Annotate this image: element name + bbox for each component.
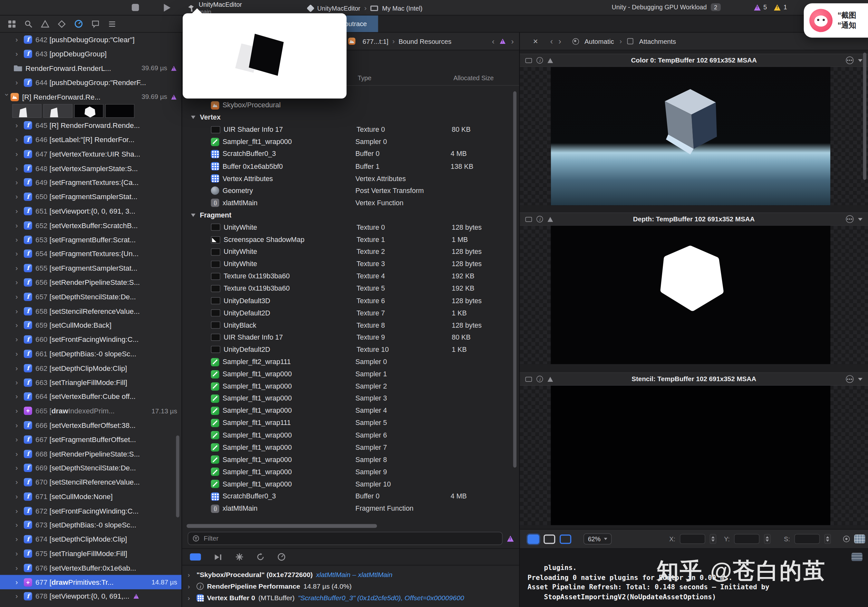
collapse-icon[interactable] [858, 59, 863, 62]
disclosure-chevron-icon[interactable]: › [16, 79, 24, 86]
sidebar-row[interactable]: ›654 [setFragmentTextures:{Un... [0, 247, 182, 261]
disclosure-chevron-icon[interactable]: › [16, 236, 24, 243]
disclosure-chevron-icon[interactable]: › [16, 450, 24, 457]
disclosure-chevron-icon[interactable]: › [16, 493, 24, 500]
resource-row[interactable]: Vertex AttributesVertex Attributes [182, 172, 519, 184]
sidebar-row[interactable]: ›678 [setViewport:{0, 0, 691,... [0, 589, 182, 604]
notification-banner[interactable]: “截图 “通知 [804, 3, 868, 37]
resource-row[interactable]: Sampler_flt1_wrap000Sampler 2 [182, 380, 519, 392]
resource-row[interactable]: Sampler_flt1_wrap000Sampler 4 [182, 405, 519, 417]
warning-icon[interactable] [547, 217, 553, 221]
disclosure-chevron-icon[interactable]: › [16, 322, 24, 328]
resource-row[interactable]: Texture 0x119b3ba60Texture 5192 KB [182, 283, 519, 295]
sidebar-row[interactable]: ›657 [setDepthStencilState:De... [0, 290, 182, 304]
sidebar-row[interactable]: ›646 [setLabel:"[R] RenderFor... [0, 132, 182, 147]
disclosure-chevron-icon[interactable]: › [16, 36, 24, 43]
sidebar-row[interactable]: ›658 [setStencilReferenceValue... [0, 304, 182, 318]
resource-row[interactable]: Sampler_flt1_wrap000Sampler 10 [182, 478, 519, 490]
sidebar-row[interactable]: ›674 [setDepthClipMode:Clip] [0, 532, 182, 547]
debug-navigator-icon[interactable] [74, 19, 83, 28]
disclosure-chevron-icon[interactable]: › [16, 136, 24, 143]
disclosure-chevron-icon[interactable]: › [16, 307, 24, 314]
sidebar-row[interactable]: ›665 [drawIndexedPrim...17.13 µs [0, 404, 182, 418]
sidebar-row[interactable]: ›650 [setFragmentSamplerStat... [0, 190, 182, 204]
sidebar-row[interactable]: ›667 [setFragmentBufferOffset... [0, 432, 182, 446]
disclosure-chevron-icon[interactable]: › [16, 536, 24, 543]
disclosure-chevron-icon[interactable]: › [16, 279, 24, 286]
table-scrollbar[interactable] [513, 91, 516, 468]
channel-white-button[interactable] [544, 534, 555, 544]
resource-row[interactable]: Sampler_flt1_wrap000Sampler 6 [182, 429, 519, 441]
y-stepper[interactable] [764, 534, 771, 544]
sidebar-row[interactable]: ›652 [setVertexBuffer:ScratchB... [0, 218, 182, 232]
resource-row[interactable]: UIR Shader Info 17Texture 980 KB [182, 331, 519, 344]
info-icon[interactable]: i [536, 57, 543, 64]
resource-row[interactable]: GeometryPost Vertex Transform [182, 184, 519, 197]
s-stepper[interactable] [824, 534, 831, 544]
sidebar-row[interactable]: ›662 [setDepthClipMode:Clip] [0, 361, 182, 375]
sidebar-row[interactable]: ›647 [setVertexTexture:UIR Sha... [0, 147, 182, 161]
resource-row[interactable]: Skybox/Procedural [182, 99, 519, 111]
breadcrumb-item-bound-resources[interactable]: Bound Resources [398, 37, 451, 45]
horizontal-scrollbar[interactable] [186, 524, 377, 528]
sidebar-scrollbar[interactable] [176, 436, 179, 517]
disclosure-chevron-icon[interactable]: › [16, 336, 24, 343]
info-icon[interactable]: i [536, 216, 543, 223]
pixel-picker-icon[interactable] [843, 536, 850, 542]
disclosure-chevron-icon[interactable]: › [16, 51, 24, 58]
disclosure-chevron-icon[interactable]: › [16, 150, 24, 158]
sidebar-row[interactable]: ›649 [setFragmentTextures:{Ca... [0, 175, 182, 189]
sidebar-row[interactable]: ›656 [setRenderPipelineState:S... [0, 275, 182, 289]
attachment-canvas[interactable] [520, 386, 868, 525]
sidebar-row[interactable]: ›653 [setFragmentBuffer:Scrat... [0, 232, 182, 247]
disclosure-chevron-icon[interactable]: › [3, 93, 10, 101]
column-allocated-size[interactable]: Allocated Size [453, 75, 494, 82]
resource-row[interactable]: UnityWhiteTexture 3128 bytes [182, 258, 519, 270]
collapse-icon[interactable] [858, 378, 863, 381]
sidebar-row[interactable]: ›669 [setDepthStencilState:De... [0, 461, 182, 475]
disclosure-chevron-icon[interactable]: › [16, 464, 24, 471]
disclosure-chevron-icon[interactable]: › [16, 564, 24, 571]
console-settings-icon[interactable] [851, 553, 862, 561]
resource-row[interactable]: Screenspace ShadowMapTexture 11 MB [182, 234, 519, 246]
resource-row[interactable]: UnityWhiteTexture 2128 bytes [182, 246, 519, 258]
channel-rgb-button[interactable] [527, 534, 539, 544]
depth-attachment-image[interactable] [551, 226, 831, 364]
resource-row[interactable]: ScratchBuffer0_3Buffer 04 MB [182, 490, 519, 503]
y-input[interactable] [734, 534, 760, 544]
sidebar-row[interactable]: ›675 [setTriangleFillMode:Fill] [0, 547, 182, 561]
report-navigator-icon[interactable] [108, 20, 116, 28]
forward-button[interactable]: › [558, 37, 561, 45]
disclosure-chevron-icon[interactable]: › [16, 207, 24, 215]
disclosure-chevron-icon[interactable]: › [16, 436, 24, 443]
issues-navigator-icon[interactable] [41, 20, 49, 28]
sidebar-row[interactable]: ›664 [setVertexBuffer:Cube off... [0, 390, 182, 404]
sidebar-row[interactable]: ›661 [setDepthBias:-0 slopeSc... [0, 347, 182, 361]
disclosure-chevron-icon[interactable]: › [16, 221, 24, 229]
sidebar-row[interactable]: ›645 [R] RenderForward.Rende... [0, 118, 182, 132]
sidebar-row[interactable]: RenderForward.RenderL...39.69 µs [0, 61, 182, 75]
disclosure-chevron-icon[interactable]: › [16, 507, 24, 514]
disclosure-chevron-icon[interactable]: › [16, 550, 24, 557]
more-options-icon[interactable]: ••• [846, 56, 854, 64]
refresh-icon[interactable] [256, 553, 265, 561]
sidebar-row[interactable]: ›643 [popDebugGroup] [0, 47, 182, 61]
console-line[interactable]: ›iRenderPipeline Performance 14.87 µs (4… [188, 581, 519, 592]
disclosure-chevron-icon[interactable]: › [16, 250, 24, 257]
attachment-canvas[interactable] [520, 67, 868, 205]
sidebar-row[interactable]: ›651 [setViewport:{0, 0, 691, 3... [0, 204, 182, 218]
resource-row[interactable]: xlatMtlMainVertex Function [182, 197, 519, 209]
sidebar-row[interactable]: ›677 [drawPrimitives:Tr...14.87 µs [0, 575, 182, 589]
attachment-thumbnail[interactable] [12, 104, 42, 118]
texture-icon[interactable] [525, 217, 532, 221]
disclosure-chevron-icon[interactable]: › [16, 422, 24, 429]
disclosure-chevron-icon[interactable]: › [16, 522, 24, 529]
resource-row[interactable]: Buffer 0x1e6ab5bf0Buffer 1138 KB [182, 160, 519, 172]
jump-bar-automatic[interactable]: Automatic [584, 37, 614, 45]
resource-row[interactable]: Sampler_flt1_wrap111Sampler 5 [182, 417, 519, 429]
pixel-grid-icon[interactable] [854, 534, 865, 543]
disclosure-chevron-icon[interactable]: › [16, 364, 24, 372]
issue-counters[interactable]: 5 1 [754, 4, 787, 11]
test-navigator-icon[interactable] [58, 20, 66, 28]
sidebar-row[interactable]: ›676 [setVertexBuffer:0x1e6ab... [0, 561, 182, 575]
